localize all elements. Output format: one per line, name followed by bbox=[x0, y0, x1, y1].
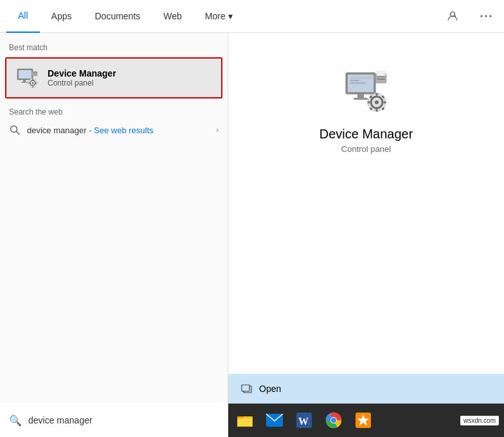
svg-rect-43 bbox=[242, 385, 249, 391]
tab-all-label: All bbox=[18, 10, 28, 21]
chrome-icon bbox=[325, 411, 343, 429]
best-match-label: Best match bbox=[0, 39, 228, 55]
svg-rect-38 bbox=[383, 102, 386, 104]
svg-rect-26 bbox=[357, 94, 364, 98]
svg-point-10 bbox=[34, 72, 35, 73]
taskbar: 🔍 W bbox=[0, 404, 504, 437]
web-search-item[interactable]: device manager - See web results › bbox=[0, 119, 228, 141]
svg-text:W: W bbox=[298, 416, 309, 427]
mail-icon bbox=[266, 413, 284, 428]
feedback-icon-btn[interactable] bbox=[441, 5, 464, 28]
taskbar-search-icon: 🔍 bbox=[9, 414, 22, 427]
detail-title: Device Manager bbox=[320, 127, 413, 142]
tab-web-label: Web bbox=[163, 11, 182, 21]
svg-rect-36 bbox=[375, 109, 377, 112]
taskbar-search-input[interactable] bbox=[28, 415, 219, 425]
word-icon: W bbox=[295, 411, 313, 429]
tab-more[interactable]: More ▾ bbox=[194, 0, 244, 33]
tab-apps[interactable]: Apps bbox=[40, 0, 84, 33]
tab-all[interactable]: All bbox=[6, 0, 40, 33]
right-panel: Device Manager Control panel bbox=[228, 33, 504, 404]
star-app-icon bbox=[354, 411, 372, 429]
detail-subtitle: Control panel bbox=[341, 144, 391, 154]
more-options-btn[interactable] bbox=[474, 5, 498, 28]
taskbar-word[interactable]: W bbox=[290, 406, 318, 434]
svg-rect-30 bbox=[377, 79, 385, 80]
search-bar-container: 🔍 bbox=[0, 404, 228, 437]
svg-rect-35 bbox=[375, 93, 377, 96]
web-section-label: Search the web bbox=[0, 101, 228, 119]
taskbar-file-explorer[interactable] bbox=[231, 406, 259, 434]
top-nav: All Apps Documents Web More ▾ bbox=[0, 0, 504, 33]
svg-rect-37 bbox=[367, 102, 370, 104]
chevron-right-icon: › bbox=[216, 126, 219, 135]
taskbar-chrome[interactable] bbox=[320, 406, 348, 434]
svg-point-11 bbox=[36, 72, 37, 73]
svg-line-20 bbox=[17, 132, 20, 135]
svg-rect-24 bbox=[350, 80, 359, 81]
svg-point-9 bbox=[33, 72, 33, 73]
svg-rect-18 bbox=[35, 82, 37, 84]
svg-point-1 bbox=[481, 15, 483, 17]
taskbar-extra-app[interactable] bbox=[349, 406, 377, 434]
svg-rect-16 bbox=[32, 86, 33, 88]
more-dropdown-icon: ▾ bbox=[228, 11, 233, 21]
device-manager-svg-small bbox=[15, 66, 39, 89]
ellipsis-icon bbox=[480, 15, 492, 17]
file-explorer-icon bbox=[236, 411, 254, 429]
svg-rect-5 bbox=[19, 70, 32, 79]
open-label: Open bbox=[259, 384, 281, 394]
taskbar-mail[interactable] bbox=[260, 406, 289, 434]
tab-apps-label: Apps bbox=[51, 11, 72, 21]
svg-point-34 bbox=[375, 100, 379, 104]
taskbar-apps: W bbox=[228, 404, 380, 437]
feedback-icon bbox=[447, 10, 458, 22]
result-title: Device Manager bbox=[48, 68, 116, 79]
wsxdn-badge: wsxdn.com bbox=[460, 416, 499, 425]
nav-right bbox=[441, 5, 498, 28]
svg-point-3 bbox=[490, 15, 492, 17]
svg-rect-31 bbox=[377, 71, 385, 76]
tab-more-label: More bbox=[205, 11, 226, 21]
tab-documents-label: Documents bbox=[94, 11, 140, 21]
tab-documents[interactable]: Documents bbox=[83, 0, 152, 33]
svg-rect-6 bbox=[23, 80, 26, 82]
web-query-text: device manager bbox=[27, 126, 87, 135]
left-panel: Best match bbox=[0, 33, 228, 404]
svg-point-14 bbox=[32, 82, 34, 84]
device-manager-svg-large bbox=[343, 68, 390, 114]
svg-rect-27 bbox=[354, 98, 368, 100]
tab-web[interactable]: Web bbox=[152, 0, 194, 33]
svg-rect-7 bbox=[21, 82, 28, 83]
svg-rect-25 bbox=[350, 82, 366, 84]
svg-rect-8 bbox=[32, 71, 37, 76]
web-search-text: device manager - See web results bbox=[27, 126, 210, 135]
svg-rect-47 bbox=[238, 418, 252, 426]
result-subtitle: Control panel bbox=[48, 79, 116, 88]
svg-rect-29 bbox=[377, 76, 385, 77]
device-manager-icon-small bbox=[14, 65, 40, 91]
web-see-results: - See web results bbox=[89, 126, 153, 135]
svg-point-2 bbox=[485, 15, 487, 17]
main-container: Best match bbox=[0, 33, 504, 404]
taskbar-right: wsxdn.com bbox=[460, 416, 504, 425]
open-icon bbox=[241, 383, 253, 395]
search-loop-icon bbox=[9, 124, 21, 136]
svg-rect-15 bbox=[32, 79, 33, 80]
best-match-text: Device Manager Control panel bbox=[48, 68, 116, 88]
best-match-item[interactable]: Device Manager Control panel bbox=[5, 57, 222, 98]
open-button[interactable]: Open bbox=[228, 374, 504, 404]
device-manager-icon-large bbox=[341, 65, 392, 116]
svg-point-53 bbox=[331, 418, 336, 423]
svg-rect-17 bbox=[29, 82, 30, 84]
